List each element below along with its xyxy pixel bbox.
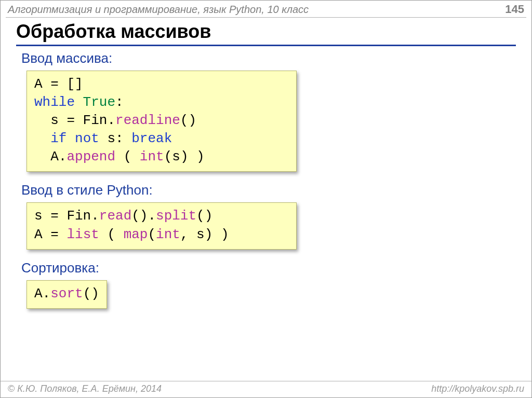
code-keyword: while — [34, 94, 75, 110]
code-function: int — [156, 227, 180, 242]
code-function: read — [99, 208, 131, 224]
code-text: () — [180, 113, 196, 128]
code-text: () — [196, 208, 212, 224]
footer-url: http://kpolyakov.spb.ru — [431, 383, 524, 394]
code-text: (s) ) — [164, 149, 205, 164]
code-text: ( — [115, 149, 140, 164]
code-block-python: s = Fin.read().split() A = list ( map(in… — [26, 202, 297, 249]
code-function: split — [156, 208, 196, 224]
code-text: s = Fin. — [34, 113, 115, 128]
code-text: ( — [99, 227, 124, 242]
title-rule — [16, 45, 516, 46]
code-keyword: break — [131, 131, 172, 146]
slide-footer: К.Ю. Поляков, Е.А. Ерёмин, 2014 http://k… — [1, 381, 531, 397]
code-text: A. — [34, 149, 66, 164]
slide-header: Алгоритмизация и программирование, язык … — [1, 1, 531, 17]
code-block-input: A = [] while True: s = Fin.readline() if… — [26, 71, 297, 172]
code-function: list — [66, 227, 99, 242]
slide: Алгоритмизация и программирование, язык … — [0, 0, 532, 398]
content-area: Ввод массива: A = [] while True: s = Fin… — [1, 50, 531, 316]
code-function: map — [124, 227, 148, 242]
code-keyword: if — [34, 131, 66, 146]
code-text: : — [115, 94, 124, 110]
code-literal: True — [75, 94, 115, 110]
code-text: ( — [148, 227, 156, 242]
code-text: s = Fin. — [34, 208, 99, 224]
section-heading-input: Ввод массива: — [21, 50, 511, 66]
code-function: sort — [50, 286, 83, 301]
header-title: Алгоритмизация и программирование, язык … — [8, 4, 309, 16]
code-function: readline — [115, 113, 180, 128]
code-text: (). — [131, 208, 156, 224]
section-heading-sort: Сортировка: — [21, 260, 511, 276]
code-text: A = — [34, 227, 66, 242]
code-text: () — [83, 286, 99, 301]
code-function: append — [66, 149, 115, 164]
code-text: A. — [34, 286, 50, 301]
code-function: int — [140, 149, 164, 164]
page-number: 145 — [505, 3, 524, 16]
section-heading-python: Ввод в стиле Python: — [21, 182, 511, 198]
code-keyword: not — [66, 131, 99, 146]
slide-title: Обработка массивов — [1, 18, 531, 45]
code-block-sort: A.sort() — [26, 280, 107, 309]
code-text: , s) ) — [180, 227, 229, 242]
code-text: A = [] — [34, 76, 83, 92]
code-text: s: — [99, 131, 131, 146]
footer-authors: К.Ю. Поляков, Е.А. Ерёмин, 2014 — [8, 383, 162, 394]
